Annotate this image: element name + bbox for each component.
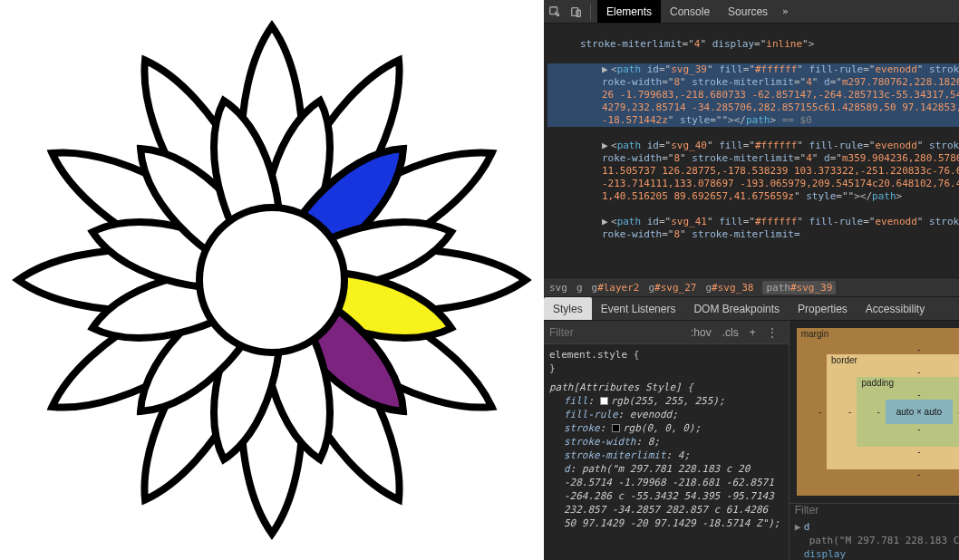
cls-button[interactable]: .cls [717,326,744,339]
bm-padding-label: padding [861,378,894,388]
device-toggle-icon[interactable] [566,1,587,23]
crumb-svg38[interactable]: g#svg_38 [705,282,753,294]
styles-more-icon[interactable]: ⋮ [761,326,783,339]
crumb-svg[interactable]: svg [549,282,567,294]
devtools-toolbar: Elements Console Sources » [544,0,959,24]
inspect-icon[interactable] [544,1,566,23]
bm-margin-label: margin [801,329,829,339]
styles-filter-bar: :hov .cls + ⋮ [544,321,789,344]
computed-filter-input[interactable] [795,504,959,517]
node-svg-39[interactable]: ▶<path id="svg_39" fill="#ffffff" fill-r… [547,63,959,127]
devtools-panel: Elements Console Sources » stroke-miterl… [544,0,959,560]
crumb-svg27[interactable]: g#svg_27 [648,282,696,294]
ltab-accessibility[interactable]: Accessibility [857,297,934,320]
node-svg-40[interactable]: ▶<path id="svg_40" fill="#ffffff" fill-r… [547,140,959,203]
styles-filter-input[interactable] [549,326,685,339]
svg-rect-2 [572,7,578,15]
hov-button[interactable]: :hov [685,326,717,339]
ltab-properties[interactable]: Properties [789,297,857,320]
styles-panel: :hov .cls + ⋮ element.style { } path[Att… [544,321,789,560]
svg-point-0 [199,208,344,352]
lower-tabs: Styles Event Listeners DOM Breakpoints P… [544,297,959,321]
computed-filter-bar: Show all [789,503,959,517]
tabs-overflow-icon[interactable]: » [777,5,794,17]
flower-svg [0,8,544,552]
tab-sources[interactable]: Sources [719,0,777,23]
ltab-event-listeners[interactable]: Event Listeners [592,297,685,320]
crumb-layer2[interactable]: g#layer2 [592,282,640,294]
crumb-svg39[interactable]: path#svg_39 [762,281,836,294]
computed-list[interactable]: ▶d path("M 297.781 228.183 C 31 display [789,517,959,560]
ltab-dom-breakpoints[interactable]: DOM Breakpoints [684,297,789,320]
box-model: margin - - border - - padding - [789,321,959,503]
computed-panel: margin - - border - - padding - [789,321,959,560]
bm-border-label: border [831,355,857,365]
elements-tree[interactable]: stroke-miterlimit="4" display="inline"> … [544,24,959,277]
tab-console[interactable]: Console [661,0,719,23]
rule-path-attrs[interactable]: path[Attributes Style] { fill: rgb(255, … [549,381,783,530]
node-svg-41[interactable]: ▶<path id="svg_41" fill="#ffffff" fill-r… [547,216,959,241]
ltab-styles[interactable]: Styles [544,297,592,320]
tab-elements[interactable]: Elements [597,0,661,23]
crumb-g[interactable]: g [576,282,583,294]
breadcrumb: svg g g#layer2 g#svg_27 g#svg_38 path#sv… [544,277,959,297]
page-preview [0,0,544,560]
bm-content: auto × auto [886,400,953,424]
new-rule-button[interactable]: + [744,326,761,339]
rule-element-style[interactable]: element.style { } [549,348,783,375]
